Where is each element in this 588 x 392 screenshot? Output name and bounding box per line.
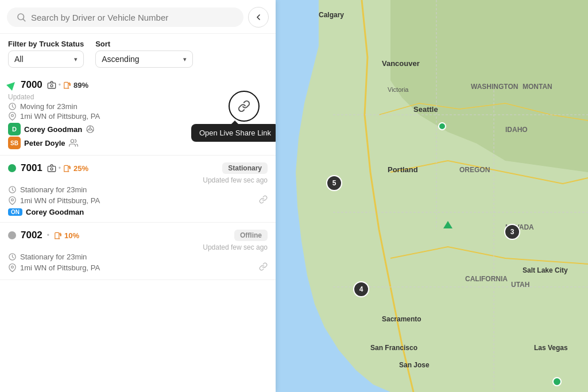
svg-text:Vancouver: Vancouver bbox=[382, 59, 420, 68]
svg-text:Portland: Portland bbox=[388, 165, 418, 174]
updated-text-7000: Updated bbox=[8, 93, 268, 101]
driver-row-goodman-7000: D Corey Goodman bbox=[8, 123, 95, 135]
driver-badge-on-7001: ON bbox=[8, 208, 22, 216]
svg-text:Las Vegas: Las Vegas bbox=[534, 344, 568, 352]
svg-text:UTAH: UTAH bbox=[511, 281, 529, 289]
search-input-wrapper[interactable] bbox=[7, 7, 243, 27]
svg-point-13 bbox=[51, 168, 53, 170]
location-icon-7000 bbox=[8, 112, 17, 121]
left-panel: Filter by Truck Status All ▾ Sort Ascend… bbox=[0, 0, 276, 392]
truck-number-7002: 7002 bbox=[21, 230, 42, 241]
truck-card-7000[interactable]: 7000 • 89% bbox=[0, 72, 276, 156]
link-icon-tooltip bbox=[238, 100, 250, 112]
svg-point-17 bbox=[11, 266, 14, 268]
camera-icon bbox=[47, 80, 56, 90]
chevron-down-icon: ▾ bbox=[74, 56, 78, 63]
filter-label: Filter by Truck Status bbox=[8, 40, 84, 48]
svg-text:OREGON: OREGON bbox=[459, 166, 490, 174]
truck-header-7000: 7000 • 89% bbox=[8, 79, 268, 91]
filter-group: Filter by Truck Status All ▾ bbox=[8, 40, 84, 68]
sort-label: Sort bbox=[95, 40, 193, 48]
search-bar bbox=[0, 0, 276, 34]
fuel-icon-7002 bbox=[54, 231, 62, 239]
sort-select[interactable]: Ascending ▾ bbox=[95, 51, 193, 68]
status-filter-select[interactable]: All ▾ bbox=[8, 51, 84, 68]
truck-icons-7000: • 89% bbox=[47, 80, 88, 90]
link-icon-7002[interactable] bbox=[259, 262, 268, 271]
svg-text:CALIFORNIA: CALIFORNIA bbox=[465, 275, 508, 283]
chevron-left-icon bbox=[254, 13, 263, 22]
sort-group: Sort Ascending ▾ bbox=[95, 40, 193, 68]
status-badge-7001: Stationary bbox=[222, 162, 268, 174]
truck-number-7001: 7001 bbox=[21, 162, 42, 174]
driver-row-doyle-7000: SB Peter Doyle bbox=[8, 137, 95, 149]
svg-text:WASHINGTON: WASHINGTON bbox=[471, 83, 518, 91]
clock-icon-7000 bbox=[8, 102, 17, 111]
truck-card-7001[interactable]: 7001 • 25% Stationary Updated few sec ag… bbox=[0, 156, 276, 223]
map-panel[interactable]: Vancouver Victoria Seattle Portland WASH… bbox=[276, 0, 588, 392]
truck-status-dot-7001 bbox=[8, 164, 16, 172]
truck-header-7001: 7001 • 25% Stationary bbox=[8, 162, 268, 174]
steering-wheel-icon bbox=[86, 125, 95, 134]
truck-detail-loc-7001: 1mi WN of Pittsburg, PA bbox=[8, 195, 268, 205]
truck-moving-arrow-7000 bbox=[6, 79, 18, 91]
sort-value: Ascending bbox=[102, 55, 179, 64]
chevron-down-sort-icon: ▾ bbox=[183, 56, 187, 63]
updated-text-7002: Updated few sec ago bbox=[203, 243, 268, 251]
fuel-pct-7001: 25% bbox=[74, 164, 88, 173]
group-icon bbox=[69, 138, 78, 148]
svg-line-1 bbox=[23, 19, 25, 21]
svg-text:San Jose: San Jose bbox=[399, 361, 430, 369]
svg-text:MONTAN: MONTAN bbox=[523, 83, 552, 91]
truck-number-7000: 7000 bbox=[21, 79, 42, 91]
dot-sep-7001: • bbox=[59, 164, 61, 172]
truck-icons-7001: • 25% bbox=[47, 164, 88, 173]
svg-point-15 bbox=[11, 199, 14, 201]
truck-card-7002[interactable]: 7002 • 10% Offline Updated few sec ago S… bbox=[0, 223, 276, 280]
status-badge-7002: Offline bbox=[234, 230, 268, 241]
location-icon-7002 bbox=[8, 263, 17, 272]
collapse-panel-button[interactable] bbox=[248, 7, 269, 28]
search-input[interactable] bbox=[31, 13, 234, 22]
driver-name-goodman-7000: Corey Goodman bbox=[24, 125, 82, 134]
svg-point-37 bbox=[439, 123, 446, 130]
map-cluster-5[interactable]: 5 bbox=[326, 175, 342, 191]
updated-7002: Updated few sec ago bbox=[8, 243, 268, 251]
truck-footer-7001: ON Corey Goodman bbox=[8, 208, 268, 216]
live-share-button-7000[interactable] bbox=[229, 91, 260, 122]
svg-text:Calgary: Calgary bbox=[319, 11, 344, 19]
svg-point-3 bbox=[51, 84, 53, 87]
link-icon-7001[interactable] bbox=[259, 195, 268, 204]
search-icon bbox=[16, 12, 26, 22]
svg-point-39 bbox=[553, 378, 561, 386]
tooltip-box-7000: Open Live Share Link bbox=[191, 124, 276, 142]
fuel-icon-7000 bbox=[63, 81, 71, 89]
driver-badge-goodman-7000: D bbox=[8, 123, 21, 135]
truck-detail-time-7002: Stationary for 23min bbox=[8, 253, 268, 261]
truck-list: 7000 • 89% bbox=[0, 72, 276, 392]
dot-separator-7000: • bbox=[59, 81, 61, 89]
map-cluster-3[interactable]: 3 bbox=[504, 224, 520, 240]
map-background: Vancouver Victoria Seattle Portland WASH… bbox=[276, 0, 588, 392]
truck-status-dot-7002 bbox=[8, 231, 16, 239]
truck-detail-time-7001: Stationary for 23min bbox=[8, 185, 268, 194]
fuel-pct-7000: 89% bbox=[74, 81, 88, 90]
truck-header-7002: 7002 • 10% Offline bbox=[8, 230, 268, 241]
camera-icon-7001 bbox=[47, 164, 56, 173]
driver-row-goodman-7001: ON Corey Goodman bbox=[8, 208, 84, 216]
driver-name-doyle-7000: Peter Doyle bbox=[24, 139, 65, 148]
driver-name-goodman-7001: Corey Goodman bbox=[26, 208, 84, 216]
driver-list-7001: ON Corey Goodman bbox=[8, 208, 84, 216]
driver-list-7000: D Corey Goodman SB Peter Doyle bbox=[8, 123, 95, 149]
clock-icon-7002 bbox=[8, 253, 17, 261]
svg-point-7 bbox=[89, 128, 91, 130]
truck-detail-loc-7002: 1mi WN of Pittsburg, PA bbox=[8, 262, 268, 273]
truck-detail-loc-7000: 1mi WN of Pittsburg, PA bbox=[8, 112, 268, 121]
map-cluster-4[interactable]: 4 bbox=[353, 281, 369, 297]
svg-point-5 bbox=[11, 114, 14, 117]
svg-text:Victoria: Victoria bbox=[388, 86, 409, 93]
svg-rect-12 bbox=[48, 166, 55, 172]
svg-text:San Francisco: San Francisco bbox=[370, 344, 417, 352]
truck-icons-7002: 10% bbox=[54, 231, 79, 240]
fuel-pct-7002: 10% bbox=[64, 231, 79, 240]
